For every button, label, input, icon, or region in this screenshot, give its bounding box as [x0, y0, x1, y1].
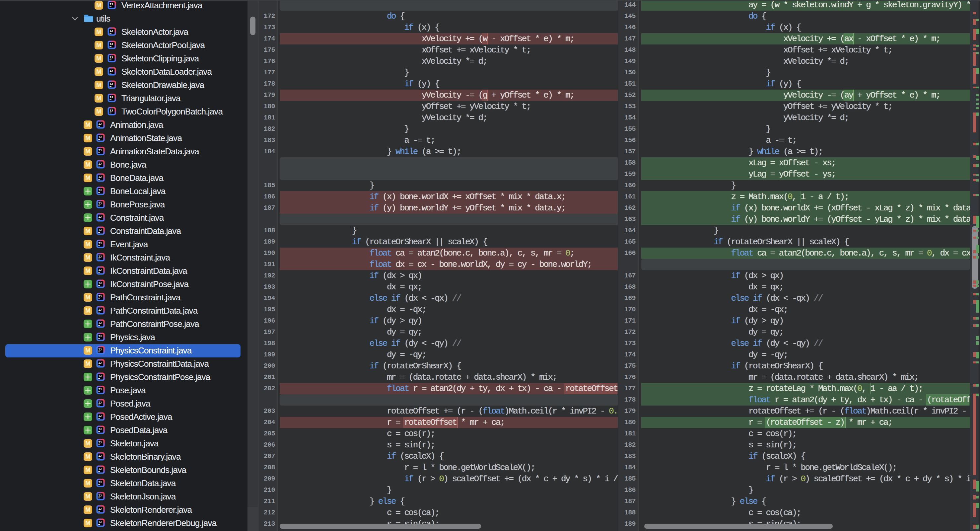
svg-text:IJ: IJ — [98, 374, 102, 378]
svg-text:IJ: IJ — [98, 175, 102, 179]
svg-text:IJ: IJ — [98, 149, 102, 152]
svg-text:IJ: IJ — [98, 387, 102, 391]
svg-text:IJ: IJ — [98, 228, 102, 232]
svg-text:IJ: IJ — [98, 480, 102, 484]
svg-text:IJ: IJ — [98, 281, 102, 285]
svg-text:IJ: IJ — [98, 215, 102, 219]
svg-text:IJ: IJ — [98, 467, 102, 471]
svg-text:IJ: IJ — [98, 136, 102, 139]
svg-text:IJ: IJ — [98, 507, 102, 511]
svg-text:IJ: IJ — [98, 494, 102, 498]
svg-text:IJ: IJ — [110, 109, 113, 113]
svg-text:IJ: IJ — [110, 96, 113, 99]
svg-text:IJ: IJ — [98, 162, 102, 166]
svg-text:IJ: IJ — [98, 361, 102, 365]
svg-text:IJ: IJ — [98, 268, 102, 272]
svg-text:IJ: IJ — [98, 335, 102, 338]
svg-text:IJ: IJ — [98, 427, 102, 431]
svg-text:IJ: IJ — [110, 56, 113, 59]
svg-text:IJ: IJ — [98, 454, 102, 458]
svg-text:IJ: IJ — [98, 122, 102, 126]
svg-text:IJ: IJ — [98, 188, 102, 192]
svg-text:IJ: IJ — [98, 295, 102, 298]
svg-text:IJ: IJ — [98, 308, 102, 312]
svg-text:IJ: IJ — [110, 3, 113, 6]
svg-text:IJ: IJ — [98, 520, 102, 524]
svg-text:IJ: IJ — [98, 414, 102, 418]
svg-text:IJ: IJ — [110, 82, 113, 86]
svg-text:IJ: IJ — [110, 69, 113, 73]
svg-text:IJ: IJ — [110, 43, 113, 46]
svg-text:IJ: IJ — [98, 401, 102, 405]
svg-text:IJ: IJ — [98, 348, 102, 351]
svg-text:IJ: IJ — [98, 242, 102, 245]
svg-text:IJ: IJ — [98, 321, 102, 325]
svg-text:IJ: IJ — [110, 29, 113, 33]
svg-text:IJ: IJ — [98, 255, 102, 258]
svg-text:IJ: IJ — [98, 202, 102, 206]
svg-text:IJ: IJ — [98, 441, 102, 444]
